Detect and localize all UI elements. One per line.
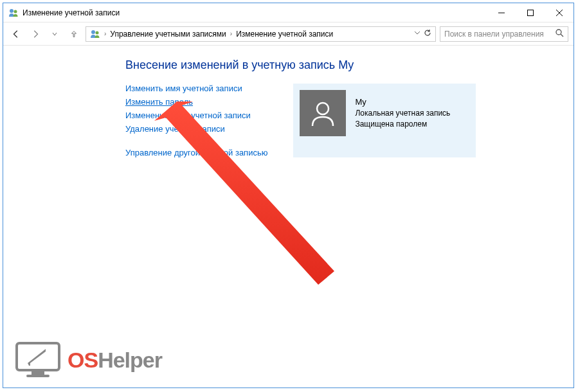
forward-button[interactable]: [28, 26, 43, 42]
back-button[interactable]: [8, 26, 24, 42]
svg-point-10: [317, 103, 329, 114]
watermark-text: OSHelper: [68, 348, 162, 373]
window-controls: [487, 3, 573, 22]
close-button[interactable]: [545, 3, 573, 22]
account-protection: Защищена паролем: [355, 119, 450, 130]
up-button[interactable]: [66, 26, 82, 42]
breadcrumb[interactable]: › Управление учетными записями › Изменен…: [86, 26, 436, 42]
chevron-right-icon[interactable]: ›: [103, 30, 107, 37]
account-type: Локальная учетная запись: [355, 108, 450, 119]
navbar: › Управление учетными записями › Изменен…: [3, 22, 573, 46]
monitor-icon: [15, 341, 61, 379]
history-dropdown[interactable]: [47, 26, 62, 42]
watermark: OSHelper: [15, 341, 162, 379]
account-info: My Локальная учетная запись Защищена пар…: [355, 90, 450, 130]
window: Изменение учетной записи: [3, 3, 574, 388]
rename-account-link[interactable]: Изменить имя учетной записи: [125, 84, 267, 93]
content-area: Внесение изменений в учетную запись My И…: [3, 46, 573, 170]
user-accounts-icon: [8, 8, 19, 18]
change-account-type-link[interactable]: Изменение типа учетной записи: [125, 111, 267, 120]
maximize-button[interactable]: [516, 3, 545, 22]
chevron-right-icon[interactable]: ›: [229, 30, 233, 37]
change-password-link[interactable]: Изменить пароль: [125, 97, 267, 107]
svg-line-9: [561, 34, 563, 37]
search-box[interactable]: [440, 26, 568, 42]
breadcrumb-change-account[interactable]: Изменение учетной записи: [233, 30, 336, 39]
manage-other-account-link[interactable]: Управление другой учетной записью: [125, 148, 267, 157]
page-title: Внесение изменений в учетную запись My: [125, 58, 548, 72]
watermark-helper: Helper: [98, 348, 162, 372]
svg-rect-13: [26, 375, 50, 377]
minimize-button[interactable]: [487, 3, 516, 22]
search-icon[interactable]: [555, 28, 564, 39]
dropdown-icon[interactable]: [413, 29, 421, 39]
svg-point-6: [91, 30, 95, 34]
titlebar: Изменение учетной записи: [3, 3, 573, 22]
window-title: Изменение учетной записи: [23, 8, 487, 17]
svg-rect-12: [32, 371, 44, 375]
svg-point-7: [96, 31, 99, 34]
account-name: My: [355, 96, 450, 108]
search-input[interactable]: [444, 30, 555, 39]
avatar: [300, 90, 346, 136]
account-card[interactable]: My Локальная учетная запись Защищена пар…: [293, 84, 476, 157]
user-accounts-icon: [90, 29, 100, 39]
delete-account-link[interactable]: Удаление учетной записи: [125, 124, 267, 134]
refresh-icon[interactable]: [424, 29, 431, 39]
action-links: Изменить имя учетной записи Изменить пар…: [125, 84, 267, 157]
svg-point-1: [14, 10, 17, 13]
watermark-os: OS: [68, 348, 98, 372]
breadcrumb-manage-accounts[interactable]: Управление учетными записями: [107, 30, 228, 39]
svg-point-8: [556, 30, 561, 35]
svg-rect-3: [527, 10, 533, 15]
svg-point-0: [10, 9, 14, 13]
